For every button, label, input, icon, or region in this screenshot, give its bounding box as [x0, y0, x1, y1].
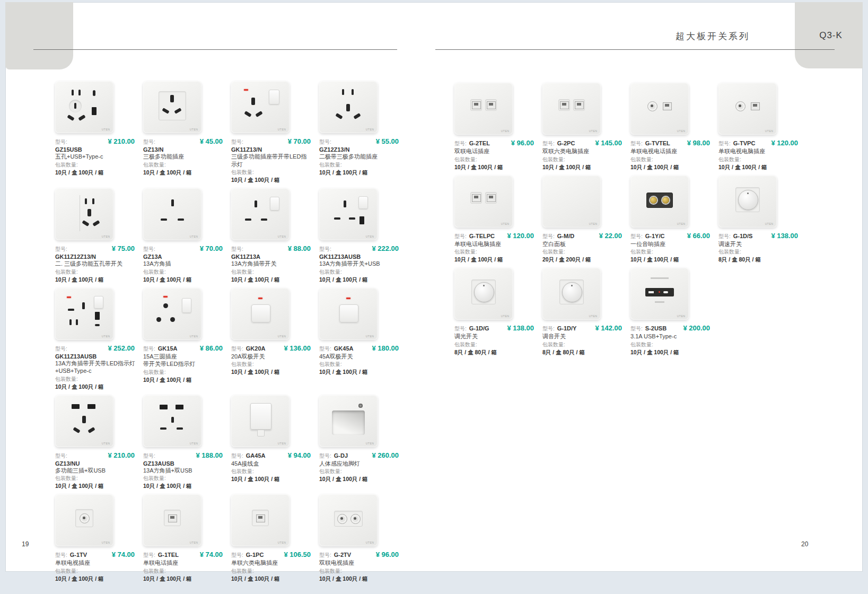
product-card: UTEN 型号: ¥ 210.00 GZ15USB 五孔+USB+Type-c …	[55, 81, 143, 184]
product-description: 人体感应地脚灯	[319, 460, 400, 468]
product-info: 型号: ¥ 88.00 GK11Z13A 13A方角插带开关 包装数量: 10只…	[231, 244, 312, 284]
qty-value: 10只 / 盒 100只 / 箱	[143, 377, 224, 384]
model-value: G-1PC	[246, 552, 264, 558]
socket-visual	[551, 182, 592, 219]
brand-watermark: UTEN	[365, 541, 374, 544]
qty-value: 10只 / 盒 100只 / 箱	[319, 575, 400, 583]
product-image: UTEN	[454, 83, 513, 135]
led-indicator	[67, 296, 71, 298]
socket-visual	[152, 195, 193, 231]
price: ¥ 120.00	[771, 139, 798, 147]
socket-visual	[240, 295, 281, 331]
socket-slot	[93, 90, 95, 96]
cable-outlet	[257, 430, 265, 436]
product-description: 调音开关	[542, 333, 623, 340]
product-description-line: 二极带三极多功能插座	[319, 153, 400, 161]
product-card: UTEN 型号: G-1D/Y ¥ 142.00 调音开关 包装数量: 8只 /…	[542, 268, 630, 356]
model-label: 型号:	[718, 233, 731, 240]
product-card: UTEN 型号: G-1D/G ¥ 138.00 调光开关 包装数量: 8只 /…	[454, 268, 542, 356]
qty-value: 20只 / 盒 200只 / 箱	[542, 256, 623, 264]
modular-jack	[663, 102, 672, 110]
socket-slot	[349, 217, 355, 220]
model-label: 型号:	[630, 325, 643, 333]
product-card: UTEN 型号: GK20A ¥ 136.00 20A双极开关 包装数量: 10…	[231, 288, 319, 391]
model-line: 型号: G-1D/S ¥ 138.00	[718, 232, 798, 240]
audio-terminal	[650, 197, 657, 204]
socket-visual	[64, 402, 105, 438]
cable-flap	[250, 403, 271, 430]
product-description-line: 13A方角插+双USB	[143, 467, 224, 475]
socket-visual	[639, 90, 680, 126]
product-card: UTEN 型号: G-1D/S ¥ 138.00 调速开关 包装数量: 8只 /…	[718, 176, 806, 264]
usb-port	[72, 404, 80, 409]
socket-slot	[178, 219, 184, 221]
socket-visual	[551, 90, 592, 126]
socket-slot	[177, 427, 183, 430]
socket-slot	[346, 104, 350, 111]
product-info: 型号: G-1TV ¥ 74.00 单联电视插座 包装数量: 10只 / 盒 1…	[55, 551, 136, 583]
price: ¥ 74.00	[112, 551, 135, 558]
usb-port	[176, 405, 183, 409]
product-info: 型号: G-1Y/C ¥ 66.00 一位音响插座 包装数量: 10只 / 盒 …	[630, 232, 711, 264]
qty-value: 10只 / 盒 100只 / 箱	[231, 476, 312, 483]
model-value: GK11Z12Z13/N	[55, 254, 136, 260]
product-description-line: 单联电视插座	[55, 559, 136, 567]
led-indicator	[244, 89, 248, 91]
model-line: 型号: S-2USB ¥ 200.00	[630, 324, 710, 333]
product-description-line: 13A方角插带开关+USB	[319, 260, 400, 268]
model-value: GZ12Z13/N	[319, 146, 400, 153]
qty-value: 10只 / 盒 100只 / 箱	[319, 476, 400, 483]
qty-value: 10只 / 盒 100只 / 箱	[454, 164, 535, 171]
model-label: 型号:	[55, 345, 67, 353]
socket-visual	[639, 275, 680, 311]
panel-detail	[663, 291, 668, 293]
modular-jack	[751, 102, 760, 110]
product-row: UTEN 型号: G-TELPC ¥ 120.00 单联电话电脑插座 包装数量:…	[454, 176, 815, 264]
catalog-spread: { "header": { "series_title": "超大板开关系列",…	[0, 0, 868, 594]
product-info: 型号: G-2TV ¥ 96.00 双联电视插座 包装数量: 10只 / 盒 1…	[319, 551, 400, 583]
price: ¥ 75.00	[112, 244, 135, 252]
switch-rocker	[94, 296, 103, 309]
qty-value: 10只 / 盒 100只 / 箱	[454, 256, 535, 264]
model-label: 型号:	[231, 552, 243, 559]
product-info: 型号: GK15A ¥ 86.00 15A三圆插座带开关带LED指示灯 包装数量…	[143, 344, 224, 384]
product-description: 双联电视插座	[319, 559, 400, 567]
product-image: UTEN	[143, 188, 201, 240]
model-label: 型号:	[630, 140, 643, 147]
brand-watermark: UTEN	[365, 335, 374, 337]
socket-slot	[76, 319, 78, 325]
product-image: UTEN	[319, 81, 378, 133]
model-label: 型号:	[319, 345, 331, 353]
sensor-dot	[358, 404, 363, 408]
socket-slot	[352, 89, 354, 95]
socket-visual	[551, 275, 592, 311]
socket-slot	[95, 324, 100, 326]
socket-slot	[171, 417, 174, 423]
coax-connector	[337, 514, 347, 524]
product-description: 二极带三极多功能插座	[319, 153, 400, 161]
model-value: GK11Z13/N	[231, 146, 312, 153]
model-value: GZ13AUSB	[143, 460, 224, 467]
light-recess	[332, 410, 365, 435]
socket-visual	[463, 275, 504, 311]
qty-label: 包装数量:	[630, 248, 711, 256]
socket-slot	[245, 219, 251, 221]
product-description: 13A方角插带开关	[231, 260, 312, 268]
product-card: UTEN 型号: GA45A ¥ 94.00 45A接线盒 包装数量: 10只 …	[231, 395, 319, 491]
product-info: 型号: G-1D/S ¥ 138.00 调速开关 包装数量: 8只 / 盒 80…	[718, 232, 799, 264]
model-line: 型号: ¥ 210.00	[55, 137, 135, 146]
modular-jack	[487, 194, 496, 202]
brand-watermark: UTEN	[101, 442, 110, 444]
qty-label: 包装数量:	[231, 567, 312, 575]
brand-watermark: UTEN	[277, 541, 286, 544]
model-value: G-M/D	[557, 233, 574, 239]
qty-label: 包装数量:	[55, 268, 136, 276]
price: ¥ 45.00	[200, 137, 223, 145]
model-label: 型号:	[319, 138, 331, 146]
socket-slot	[335, 113, 343, 119]
model-line: 型号: ¥ 210.00	[55, 451, 135, 460]
model-line: 型号: G-TVTEL ¥ 98.00	[630, 139, 710, 147]
socket-slot	[72, 90, 74, 95]
brand-watermark: UTEN	[277, 442, 286, 444]
product-image: UTEN	[319, 288, 378, 340]
